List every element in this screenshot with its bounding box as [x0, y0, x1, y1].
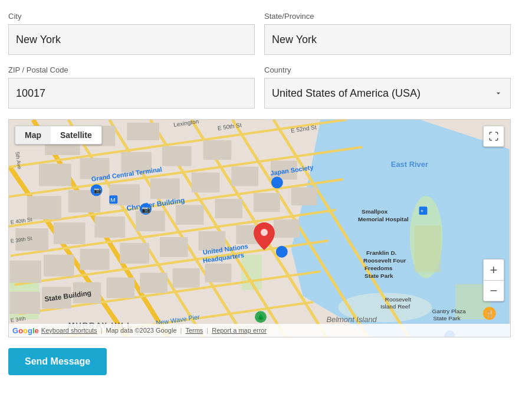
- svg-rect-39: [95, 216, 126, 238]
- svg-text:Gantry Plaza: Gantry Plaza: [432, 308, 466, 314]
- send-button-container: Send Message: [8, 348, 511, 375]
- svg-rect-45: [9, 261, 41, 283]
- form-row-1: City State/Province: [8, 12, 511, 55]
- google-logo: Google: [12, 326, 39, 335]
- svg-rect-52: [274, 219, 300, 238]
- state-label: State/Province: [264, 12, 511, 21]
- svg-rect-28: [162, 146, 192, 166]
- svg-rect-34: [192, 173, 220, 193]
- svg-rect-38: [54, 222, 86, 244]
- map-footer-keyboard[interactable]: Keyboard shortcuts: [41, 327, 97, 334]
- country-select[interactable]: United States of America (USA) Canada Un…: [264, 78, 511, 109]
- send-message-button[interactable]: Send Message: [8, 348, 107, 375]
- country-label: Country: [264, 65, 511, 74]
- svg-text:M: M: [110, 196, 115, 203]
- svg-text:Belmont Island: Belmont Island: [326, 315, 377, 324]
- map-svg: Grand Central Terminal Chrysler Building…: [9, 120, 510, 337]
- svg-text:Franklin D.: Franklin D.: [366, 250, 397, 256]
- svg-rect-5: [415, 225, 441, 273]
- svg-text:Memorial Hospital: Memorial Hospital: [358, 216, 409, 222]
- map-background: Grand Central Terminal Chrysler Building…: [9, 120, 510, 337]
- svg-point-92: [276, 246, 288, 258]
- zip-group: ZIP / Postal Code: [8, 65, 255, 109]
- svg-rect-59: [205, 264, 232, 283]
- svg-rect-47: [80, 249, 110, 270]
- svg-rect-44: [291, 187, 317, 205]
- svg-rect-58: [173, 268, 200, 288]
- svg-text:State Park: State Park: [364, 273, 393, 279]
- svg-rect-53: [9, 291, 40, 314]
- country-group: Country United States of America (USA) C…: [264, 65, 511, 109]
- svg-text:Island Reef: Island Reef: [380, 303, 410, 310]
- svg-rect-29: [203, 140, 232, 160]
- map-footer-sep3: |: [206, 327, 208, 334]
- map-footer-sep2: |: [180, 327, 182, 334]
- map-fullscreen-button[interactable]: [483, 126, 504, 147]
- svg-text:Roosevelt Four: Roosevelt Four: [363, 257, 406, 264]
- svg-rect-56: [106, 278, 134, 298]
- map-type-map-button[interactable]: Map: [15, 126, 51, 144]
- svg-rect-33: [150, 178, 180, 199]
- map-zoom-out-button[interactable]: −: [483, 280, 504, 301]
- svg-rect-49: [160, 237, 188, 257]
- map-footer-terms[interactable]: Terms: [185, 327, 203, 334]
- map-footer: Google Keyboard shortcuts | Map data ©20…: [9, 324, 510, 337]
- svg-text:East River: East River: [391, 160, 428, 169]
- svg-rect-40: [136, 211, 165, 231]
- state-group: State/Province: [264, 12, 511, 55]
- city-label: City: [8, 12, 255, 21]
- svg-rect-41: [176, 205, 204, 225]
- svg-text:Roosevelt: Roosevelt: [385, 296, 411, 303]
- city-input[interactable]: [8, 24, 255, 55]
- map-footer-sep1: |: [101, 327, 103, 334]
- map-container[interactable]: Grand Central Terminal Chrysler Building…: [8, 119, 511, 337]
- svg-rect-30: [27, 196, 61, 219]
- svg-rect-46: [44, 255, 74, 277]
- zip-input[interactable]: [8, 78, 255, 109]
- zip-label: ZIP / Postal Code: [8, 65, 255, 74]
- svg-rect-57: [140, 273, 167, 293]
- svg-point-91: [271, 176, 283, 188]
- svg-rect-42: [215, 199, 242, 218]
- svg-rect-48: [120, 243, 149, 264]
- map-type-control: Map Satellite: [15, 126, 102, 145]
- map-zoom-in-button[interactable]: +: [483, 259, 504, 280]
- map-type-satellite-button[interactable]: Satellite: [51, 126, 101, 144]
- map-footer-report[interactable]: Report a map error: [212, 327, 267, 334]
- svg-text:Freedoms: Freedoms: [364, 265, 393, 271]
- svg-text:📷: 📷: [94, 186, 101, 194]
- svg-rect-35: [231, 167, 258, 186]
- map-zoom-controls: + −: [483, 259, 504, 301]
- svg-text:+: +: [421, 208, 424, 214]
- city-group: City: [8, 12, 255, 55]
- form-row-2: ZIP / Postal Code Country United States …: [8, 65, 511, 109]
- svg-text:Smallpox: Smallpox: [362, 208, 388, 215]
- svg-text:🍴: 🍴: [485, 309, 494, 318]
- svg-text:State Park: State Park: [433, 315, 460, 321]
- svg-rect-25: [39, 164, 71, 186]
- map-footer-mapdata: Map data ©2023 Google: [106, 327, 176, 334]
- svg-rect-43: [254, 193, 280, 212]
- svg-rect-24: [127, 123, 159, 140]
- svg-text:📷: 📷: [142, 205, 150, 214]
- svg-text:🌲: 🌲: [257, 313, 265, 321]
- state-input[interactable]: [264, 24, 511, 55]
- svg-point-94: [261, 229, 268, 236]
